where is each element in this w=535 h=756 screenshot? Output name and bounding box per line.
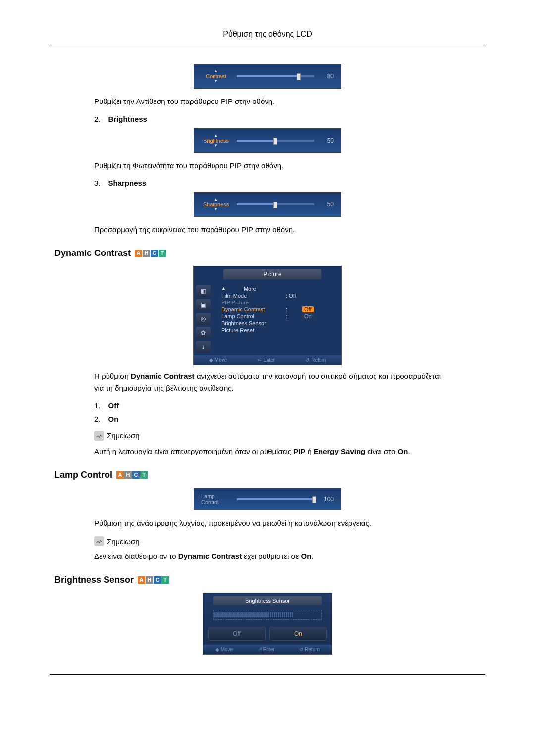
footer-move: ◆ Move xyxy=(209,357,227,363)
list-item: 3. Sharpness xyxy=(94,179,485,187)
lamp-control-desc: Ρύθμιση της ανάστροφης λυχνίας, προκειμέ… xyxy=(94,518,485,529)
menu-row-pip-picture: PIP Picture xyxy=(221,299,337,306)
bs-footer-enter: ⏎ Enter xyxy=(258,647,275,652)
page: Ρύθμιση της οθόνης LCD ▲ Contrast ▼ 80 Ρ… xyxy=(0,0,535,705)
note-heading-lamp: Σημείωση xyxy=(94,536,485,546)
note-heading: Σημείωση xyxy=(94,431,485,441)
slider-track[interactable] xyxy=(237,203,314,205)
picture-icon[interactable]: ◧ xyxy=(196,285,211,297)
menu-row-lamp-control[interactable]: Lamp Control: On xyxy=(221,313,337,320)
bs-footer-move: ◆ Move xyxy=(215,647,233,652)
menu-row-picture-reset[interactable]: Picture Reset xyxy=(221,327,337,334)
media-icon[interactable]: ⟟ xyxy=(196,341,211,353)
badge-a: A xyxy=(135,250,142,257)
contrast-desc: Ρυθμίζει την Αντίθεση του παράθυρου PIP … xyxy=(94,96,485,107)
lamp-control-label: Lamp Control xyxy=(201,493,231,505)
note-icon xyxy=(94,431,104,441)
dynamic-contrast-heading: Dynamic Contrast A H C T xyxy=(54,248,485,258)
up-arrow-icon: ▲ xyxy=(214,134,218,138)
badge-c: C xyxy=(151,250,158,257)
contrast-value: 80 xyxy=(320,73,334,80)
bs-footer: ◆ Move ⏎ Enter ↺ Return xyxy=(203,645,332,654)
opt-on: 2. On xyxy=(94,415,485,423)
footer-divider xyxy=(50,674,485,675)
sharpness-desc: Προσαρμογή της ευκρίνειας του παράθυρου … xyxy=(94,224,485,236)
dynamic-contrast-desc: Η ρύθμιση Dynamic Contrast ανιχνεύει αυτ… xyxy=(94,370,441,394)
sharpness-value: 50 xyxy=(320,201,334,208)
badge-group: A H C T xyxy=(138,576,169,584)
footer-return: ↺ Return xyxy=(305,357,326,363)
picture-menu: Picture ◧ ▣ ◎ ✿ ⟟ ▲More Film Mode: Off P… xyxy=(193,266,342,365)
down-arrow-icon: ▼ xyxy=(214,79,218,83)
badge-t: T xyxy=(159,250,166,257)
brightness-value: 50 xyxy=(320,137,334,144)
slider-thumb[interactable] xyxy=(273,202,277,208)
brightness-label: Brightness xyxy=(203,138,229,144)
lamp-control-value: 100 xyxy=(320,496,334,503)
slider-thumb[interactable] xyxy=(312,496,316,503)
bs-title: Brightness Sensor xyxy=(213,596,322,605)
input-icon[interactable]: ▣ xyxy=(196,299,211,311)
slider-track[interactable] xyxy=(237,498,314,500)
note-text: Αυτή η λειτουργία είναι απενεργοποιημένη… xyxy=(94,446,441,457)
menu-more[interactable]: ▲More xyxy=(221,285,337,292)
list-item: 2. Brightness xyxy=(94,115,485,123)
menu-row-dynamic-contrast[interactable]: Dynamic Contrast: Off xyxy=(221,306,337,313)
up-arrow-icon: ▲ xyxy=(214,69,218,73)
brightness-sensor-heading: Brightness Sensor A H C T xyxy=(54,575,485,585)
menu-footer: ◆ Move ⏎ Enter ↺ Return xyxy=(194,355,341,365)
opt-off: 1. Off xyxy=(94,402,485,410)
bs-footer-return: ↺ Return xyxy=(299,647,320,652)
down-arrow-icon: ▼ xyxy=(214,207,218,211)
down-arrow-icon: ▼ xyxy=(214,144,218,148)
slider-track[interactable] xyxy=(237,140,314,142)
slider-track[interactable] xyxy=(237,75,314,77)
bs-indicator xyxy=(213,610,322,620)
brightness-slider: ▲ Brightness ▼ 50 xyxy=(194,128,341,153)
footer-enter: ⏎ Enter xyxy=(257,357,275,363)
lamp-control-slider: Lamp Control 100 xyxy=(194,488,341,510)
lamp-note-text: Δεν είναι διαθέσιμο αν το Dynamic Contra… xyxy=(94,551,485,562)
sound-icon[interactable]: ◎ xyxy=(196,313,211,325)
menu-title: Picture xyxy=(223,269,321,279)
settings-icon[interactable]: ✿ xyxy=(196,327,211,339)
sharpness-slider: ▲ Sharpness ▼ 50 xyxy=(194,192,341,217)
menu-icon-list: ◧ ▣ ◎ ✿ ⟟ xyxy=(194,282,217,355)
lamp-control-heading: Lamp Control A H C T xyxy=(54,470,485,480)
menu-row-film-mode[interactable]: Film Mode: Off xyxy=(221,292,337,299)
brightness-desc: Ρυθμίζει τη Φωτεινότητα του παράθυρου PI… xyxy=(94,160,485,172)
page-title: Ρύθμιση της οθόνης LCD xyxy=(50,30,485,44)
up-arrow-icon: ▲ xyxy=(214,198,218,202)
menu-row-brightness-sensor[interactable]: Brightness Sensor xyxy=(221,320,337,327)
bs-off-button[interactable]: Off xyxy=(208,627,266,641)
note-icon xyxy=(94,536,104,546)
badge-group: A H C T xyxy=(116,471,148,479)
slider-thumb[interactable] xyxy=(273,138,277,145)
badge-group: A H C T xyxy=(135,250,166,257)
contrast-slider: ▲ Contrast ▼ 80 xyxy=(194,64,341,89)
brightness-sensor-panel: Brightness Sensor Off On ◆ Move ⏎ Enter … xyxy=(203,593,332,655)
bs-on-button[interactable]: On xyxy=(269,627,327,641)
badge-h: H xyxy=(143,250,150,257)
slider-thumb[interactable] xyxy=(297,73,301,80)
